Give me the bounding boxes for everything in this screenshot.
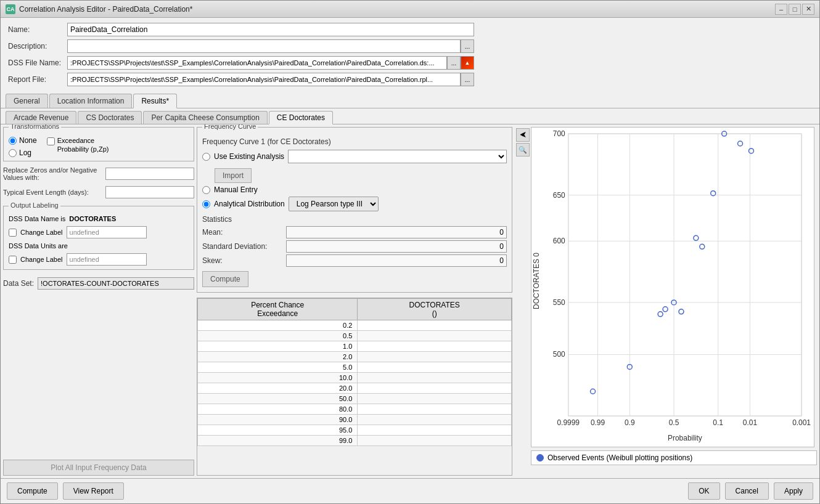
- bottom-bar: Compute View Report OK Cancel Apply: [1, 478, 819, 503]
- tab-location[interactable]: Location Information: [49, 94, 133, 108]
- tab-results[interactable]: Results*: [133, 94, 177, 108]
- freq-curve-group: Frequency Curve Frequency Curve 1 (for C…: [197, 127, 512, 293]
- description-input[interactable]: [67, 39, 461, 53]
- plot-all-button[interactable]: Plot All Input Frequency Data: [3, 460, 194, 476]
- right-panel: ⮜ 🔍: [515, 127, 817, 476]
- compute-button[interactable]: Compute: [7, 482, 58, 500]
- sub-tab-ce[interactable]: CE Doctorates: [269, 111, 333, 124]
- form-area: Name: Description: ... DSS File Name: ..…: [1, 18, 819, 91]
- table-row: 90.0: [198, 415, 512, 425]
- svg-text:Probability: Probability: [668, 434, 702, 442]
- dataset-input[interactable]: [38, 277, 194, 290]
- svg-rect-0: [568, 134, 802, 416]
- app-icon: CA: [6, 4, 15, 14]
- chart-tools: ⮜ 🔍: [515, 127, 531, 465]
- output-labeling-title: Output Labeling: [9, 201, 60, 209]
- change-label-2-input[interactable]: [67, 253, 147, 266]
- mean-label: Mean:: [202, 228, 282, 237]
- report-browse-button[interactable]: ...: [461, 73, 474, 86]
- svg-text:700: 700: [553, 129, 565, 138]
- name-row: Name:: [8, 23, 812, 36]
- log-label: Log: [19, 148, 31, 157]
- change-label-2-checkbox[interactable]: [9, 256, 17, 264]
- std-input[interactable]: [286, 240, 507, 253]
- window-title: Correlation Analysis Editor - PairedData…: [19, 5, 192, 14]
- sub-tab-arcade[interactable]: Arcade Revenue: [6, 111, 76, 124]
- svg-text:500: 500: [553, 351, 565, 359]
- tab-general[interactable]: General: [6, 94, 48, 108]
- exceedance-checkbox[interactable]: [47, 137, 55, 145]
- manual-entry-label: Manual Entry: [214, 185, 258, 194]
- dss-browse-button[interactable]: ...: [447, 56, 461, 70]
- table-row: 0.5: [198, 331, 512, 341]
- skew-row: Skew:: [202, 254, 507, 267]
- close-button[interactable]: ✕: [802, 4, 814, 15]
- none-radio[interactable]: [9, 137, 17, 145]
- pce-cell: 5.0: [198, 362, 358, 373]
- dss-row: DSS File Name: ... ▲: [8, 56, 812, 70]
- chart-container: 700 650 600 550 500 DOCTORATES 0 0.9999 …: [531, 127, 817, 465]
- description-label: Description:: [8, 42, 64, 51]
- table-row: 5.0: [198, 362, 512, 373]
- apply-button[interactable]: Apply: [774, 482, 813, 500]
- bottom-left: Compute View Report: [7, 482, 124, 500]
- output-labeling-group: Output Labeling DSS Data Name is DOCTORA…: [3, 206, 194, 270]
- left-panel: Transformations None Log: [3, 127, 194, 476]
- typical-event-input[interactable]: [105, 186, 194, 198]
- change-label-1-input[interactable]: [67, 226, 147, 238]
- col2-header: DOCTORATES (): [358, 299, 512, 320]
- ok-button[interactable]: OK: [688, 482, 720, 500]
- maximize-button[interactable]: □: [789, 4, 801, 15]
- use-existing-radio[interactable]: [202, 153, 210, 161]
- main-window: CA Correlation Analysis Editor - PairedD…: [0, 0, 820, 504]
- table-row: 1.0: [198, 341, 512, 352]
- val-cell: [358, 341, 512, 352]
- table-row: 50.0: [198, 394, 512, 404]
- skew-input[interactable]: [286, 254, 507, 267]
- log-radio[interactable]: [9, 149, 17, 157]
- description-browse-button[interactable]: ...: [461, 39, 474, 53]
- zoom-tool-button[interactable]: 🔍: [516, 143, 530, 156]
- std-label: Standard Deviation:: [202, 242, 282, 251]
- val-cell: [358, 425, 512, 436]
- legend-label: Observed Events (Weibull plotting positi…: [547, 453, 692, 462]
- val-cell: [358, 362, 512, 373]
- freq-compute-button[interactable]: Compute: [202, 271, 248, 287]
- change-label-2-text: Change Label: [20, 256, 63, 263]
- select-tool-button[interactable]: ⮜: [516, 128, 530, 142]
- probability-chart: 700 650 600 550 500 DOCTORATES 0 0.9999 …: [531, 127, 814, 447]
- name-input[interactable]: [67, 23, 474, 36]
- existing-analysis-select[interactable]: [288, 150, 507, 163]
- dss-input[interactable]: [67, 56, 447, 70]
- pce-cell: 10.0: [198, 373, 358, 383]
- sub-tab-cheese[interactable]: Per Capita Cheese Consumption: [143, 111, 267, 124]
- replace-zeros-row: Replace Zeros and/or Negative Values wit…: [3, 166, 194, 181]
- transformations-group: Transformations None Log: [3, 127, 194, 161]
- pce-cell: 0.2: [198, 320, 358, 331]
- none-radio-row: None: [9, 136, 37, 145]
- dss-units-label: DSS Data Units are: [9, 242, 68, 250]
- cancel-button[interactable]: Cancel: [725, 482, 769, 500]
- view-report-button[interactable]: View Report: [63, 482, 124, 500]
- pce-cell: 1.0: [198, 341, 358, 352]
- name-label: Name:: [8, 25, 64, 34]
- pce-cell: 80.0: [198, 404, 358, 415]
- minimize-button[interactable]: –: [775, 4, 787, 15]
- import-button[interactable]: Import: [215, 168, 252, 183]
- dss-icon-button[interactable]: ▲: [461, 56, 474, 70]
- change-label-1-checkbox[interactable]: [9, 229, 17, 237]
- table-row: 20.0: [198, 383, 512, 394]
- analytical-dist-radio[interactable]: [202, 200, 210, 208]
- mean-input[interactable]: [286, 226, 507, 238]
- pce-cell: 2.0: [198, 352, 358, 362]
- svg-text:550: 550: [553, 298, 565, 307]
- sub-tab-cs[interactable]: CS Doctorates: [78, 111, 142, 124]
- manual-entry-radio[interactable]: [202, 186, 210, 194]
- use-existing-row: Use Existing Analysis: [202, 150, 507, 163]
- replace-zeros-input[interactable]: [105, 168, 194, 180]
- table-row: 10.0: [198, 373, 512, 383]
- report-input[interactable]: [67, 73, 461, 86]
- main-content: Transformations None Log: [1, 124, 819, 478]
- chart-wrapper: ⮜ 🔍: [515, 127, 817, 465]
- distribution-select[interactable]: Log Pearson type III: [289, 197, 379, 211]
